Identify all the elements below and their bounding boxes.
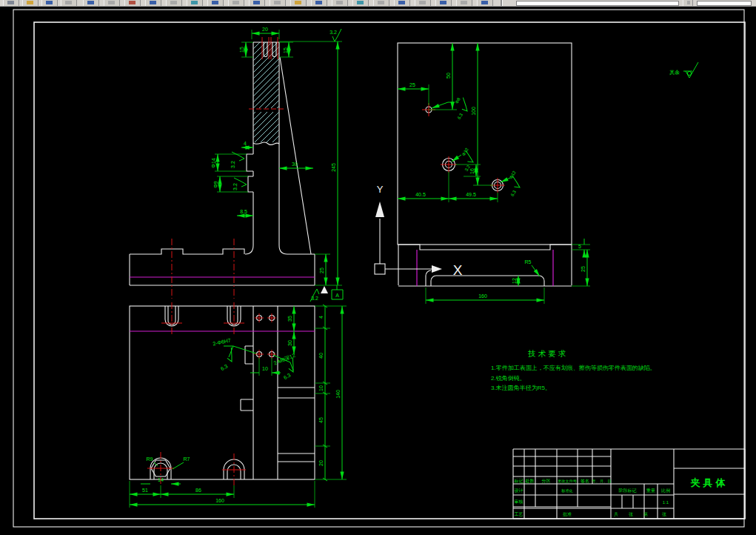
title-block: 标记 处数 分区 更改文件号 签名 年、月、日 设计 标准化 审核 工艺 批准 … [513,449,745,519]
rough-tap: 6.3 [283,372,292,380]
tech-req-line2: 2.锐角倒钝。 [491,375,526,382]
toolbar-combobox-1[interactable] [516,1,679,6]
dim-50: 50 [446,73,451,79]
dim-25-base: 25 [319,268,324,273]
view-side: 25 50 100 Φ8 6.3 Φ12 3.2 16 Φ12 [398,43,590,304]
dim-30: 30 [287,340,292,346]
dim-chain-2: 40 [318,353,324,359]
rough-phi14: 3.2 [230,161,235,168]
toolbar-button[interactable] [270,0,286,6]
drawing-canvas[interactable]: 20 3.2 15 15 4 Φ14 3.2 Φ9 [0,0,756,535]
toolbar-button[interactable] [290,0,307,6]
view-plan-dimensions: 2-Φ6H7 6.3 2-M6深12 6.3 10 35 30 4 40 1 [130,305,347,508]
hole3-rough: 6.3 [510,189,518,197]
dim-bar-160: 160 [478,293,487,299]
rough-top-value: 3.2 [330,30,337,35]
ucs-x-label: X [453,262,463,278]
tb-standard: 标准化 [561,488,573,494]
rough-base: 3.2 [311,296,318,301]
toolbar-combobox-2[interactable] [697,1,752,6]
toolbar-button[interactable] [187,0,203,6]
tb-scale-value: 1:1 [663,500,669,505]
tb-zone: 分区 [542,478,551,483]
dim-86: 86 [195,488,201,493]
tech-req-title: 技术要求 [528,349,568,358]
toolbar-button[interactable] [477,0,493,6]
toolbar-button[interactable] [456,0,472,6]
toolbar-button[interactable] [683,0,693,6]
dim-slot-depth-right: 15 [283,47,288,53]
dim-100: 100 [471,107,476,116]
toolbar-separator [501,0,503,6]
toolbar-button[interactable] [124,0,141,6]
tb-scale: 比例 [661,488,670,494]
dim-10: 10 [262,366,268,371]
hole1-rough: 6.3 [457,112,464,120]
cad-application-window: 20 3.2 15 15 4 Φ14 3.2 Φ9 [0,0,756,535]
ucs-icon: Y X [375,184,463,278]
toolbar-button[interactable] [104,0,120,6]
toolbar-button[interactable] [394,0,410,6]
dim-bar-25: 25 [581,266,586,272]
view-side-geometry [398,43,572,286]
dim-chain-1: 4 [318,316,324,319]
dim-phi14: Φ14 [211,158,216,167]
dim-85: 8.5 [240,209,247,214]
tb-process: 工艺 [515,511,523,516]
rough-phi9: 3.2 [233,183,238,190]
toolbar-button[interactable] [415,0,431,6]
slot-radius-right: R7 [184,456,190,462]
view-plan-geometry [130,302,315,485]
slot-radius-left: R9 [147,456,153,462]
dim-16: 16 [469,168,475,174]
toolbar-button[interactable] [332,0,348,6]
dim-405: 40.5 [415,192,426,197]
view-front: 20 3.2 15 15 4 Φ14 3.2 Φ9 [130,27,343,302]
toolbar-button[interactable] [22,0,39,6]
toolbar-button[interactable] [3,0,19,6]
ucs-y-label: Y [377,184,384,195]
tb-sheet-zhang1: 张 [629,512,633,517]
tb-sheet-zhang2: 张 [662,512,666,517]
dim-25-top: 25 [409,82,415,87]
toolbar-button[interactable] [41,0,58,6]
tb-file: 更改文件号 [558,479,577,483]
toolbar [0,0,756,7]
tb-sheet-total: 共 [614,512,618,516]
dim-51: 51 [142,488,148,493]
surface-finish-note: 其余 [669,62,698,78]
tb-mark: 标记 [514,478,523,484]
dim-phi9: Φ9 [213,181,218,188]
toolbar-button[interactable] [352,0,369,6]
toolbar-button[interactable] [311,0,327,6]
tb-date: 年、月、日 [592,479,612,484]
toolbar-button[interactable] [145,0,161,6]
leader-pins: 2-Φ6H7 [213,338,232,347]
toolbar-button[interactable] [435,0,452,6]
tech-req-line3: 3.未注圆角半径为R5。 [491,385,551,391]
dim-14: 14 [158,477,164,482]
toolbar-button[interactable] [61,0,77,6]
rough-pins: 6.3 [220,363,229,371]
dim-35: 35 [287,316,292,322]
dim-chain-3: 10 [318,385,324,391]
dim-chain-5: 20 [318,460,324,466]
tb-sheet-no: 第 [643,512,648,516]
toolbar-button[interactable] [228,0,244,6]
toolbar-button[interactable] [373,0,389,6]
dim-495: 49.5 [466,192,476,197]
dim-chain-4: 45 [318,417,324,423]
toolbar-button[interactable] [249,0,265,6]
tb-weight: 重量 [646,488,655,493]
hole1-label: Φ8 [455,96,462,104]
view-plan: 2-Φ6H7 6.3 2-M6深12 6.3 10 35 30 4 40 1 [130,302,347,508]
toolbar-button[interactable] [207,0,224,6]
toolbar-button[interactable] [166,0,182,6]
surface-note-label: 其余 [669,70,680,76]
view-side-dimensions: 25 50 100 Φ8 6.3 Φ12 3.2 16 Φ12 [398,43,590,304]
hole2-label: Φ12 [461,147,469,156]
tb-sign: 签名 [581,479,589,484]
dim-140: 140 [335,390,341,399]
toolbar-button[interactable] [83,0,99,6]
tb-approve: 批准 [563,512,572,517]
